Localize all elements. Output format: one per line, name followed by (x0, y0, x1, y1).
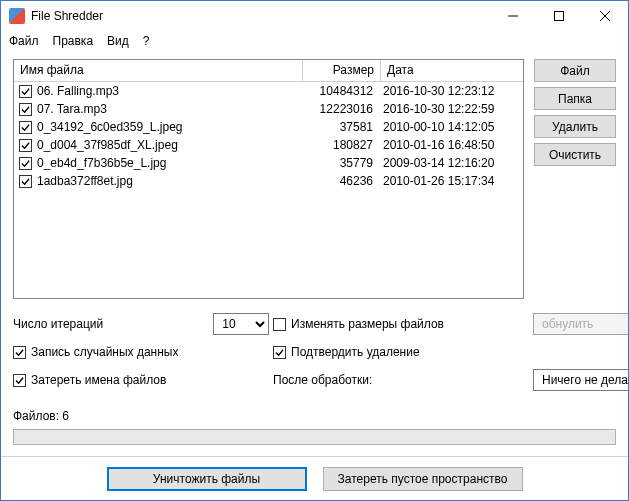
menu-edit[interactable]: Правка (53, 34, 94, 48)
resize-files-checkbox[interactable]: Изменять размеры файлов (273, 317, 533, 331)
row-checkbox[interactable] (19, 121, 32, 134)
table-row[interactable]: 0_34192_6c0ed359_L.jpeg375812010-00-10 1… (14, 118, 523, 136)
table-row[interactable]: 0_eb4d_f7b36b5e_L.jpg357792009-03-14 12:… (14, 154, 523, 172)
file-size: 46236 (301, 174, 379, 188)
row-checkbox[interactable] (19, 175, 32, 188)
iterations-select[interactable]: 10 (213, 313, 269, 335)
file-size: 180827 (301, 138, 379, 152)
table-row[interactable]: 1adba372ff8et.jpg462362010-01-26 15:17:3… (14, 172, 523, 190)
checkbox-icon (13, 346, 26, 359)
shred-button[interactable]: Уничтожить файлы (107, 467, 307, 491)
remove-button[interactable]: Удалить (534, 115, 616, 138)
wipe-names-checkbox[interactable]: Затереть имена файлов (13, 373, 273, 387)
file-name: 1adba372ff8et.jpg (37, 174, 301, 188)
file-size: 10484312 (301, 84, 379, 98)
wipe-space-button[interactable]: Затереть пустое пространство (323, 467, 523, 491)
checkbox-icon (13, 374, 26, 387)
file-name: 0_d004_37f985df_XL.jpeg (37, 138, 301, 152)
file-size: 12223016 (301, 102, 379, 116)
status-label: Файлов: 6 (13, 409, 616, 423)
file-name: 07. Tara.mp3 (37, 102, 301, 116)
titlebar: File Shredder (1, 1, 628, 31)
column-name[interactable]: Имя файла (14, 60, 303, 81)
menu-file[interactable]: Файл (9, 34, 39, 48)
file-date: 2016-10-30 12:22:59 (379, 102, 521, 116)
file-date: 2016-10-30 12:23:12 (379, 84, 521, 98)
file-name: 0_eb4d_f7b36b5e_L.jpg (37, 156, 301, 170)
minimize-button[interactable] (490, 1, 536, 31)
file-list-body: 06. Falling.mp3104843122016-10-30 12:23:… (14, 82, 523, 298)
menu-view[interactable]: Вид (107, 34, 129, 48)
column-size[interactable]: Размер (303, 60, 381, 81)
table-row[interactable]: 0_d004_37f985df_XL.jpeg1808272010-01-16 … (14, 136, 523, 154)
file-list-header: Имя файла Размер Дата (14, 60, 523, 82)
menu-help[interactable]: ? (143, 34, 150, 48)
confirm-delete-checkbox-label: Подтвердить удаление (291, 345, 420, 359)
wipe-names-checkbox-label: Затереть имена файлов (31, 373, 166, 387)
file-date: 2009-03-14 12:16:20 (379, 156, 521, 170)
file-date: 2010-01-16 16:48:50 (379, 138, 521, 152)
maximize-button[interactable] (536, 1, 582, 31)
random-data-checkbox[interactable]: Запись случайных данных (13, 345, 273, 359)
add-file-button[interactable]: Файл (534, 59, 616, 82)
file-name: 06. Falling.mp3 (37, 84, 301, 98)
file-list[interactable]: Имя файла Размер Дата 06. Falling.mp3104… (13, 59, 524, 299)
add-folder-button[interactable]: Папка (534, 87, 616, 110)
after-processing-label: После обработки: (273, 373, 533, 387)
row-checkbox[interactable] (19, 103, 32, 116)
table-row[interactable]: 07. Tara.mp3122230162016-10-30 12:22:59 (14, 100, 523, 118)
file-size: 37581 (301, 120, 379, 134)
table-row[interactable]: 06. Falling.mp3104843122016-10-30 12:23:… (14, 82, 523, 100)
file-date: 2010-00-10 14:12:05 (379, 120, 521, 134)
file-date: 2010-01-26 15:17:34 (379, 174, 521, 188)
iterations-label: Число итераций (13, 317, 103, 331)
file-name: 0_34192_6c0ed359_L.jpeg (37, 120, 301, 134)
svg-rect-1 (555, 12, 564, 21)
checkbox-icon (273, 318, 286, 331)
reset-select: обнулить (533, 313, 629, 335)
checkbox-icon (273, 346, 286, 359)
column-date[interactable]: Дата (381, 60, 523, 81)
row-checkbox[interactable] (19, 85, 32, 98)
resize-files-checkbox-label: Изменять размеры файлов (291, 317, 444, 331)
row-checkbox[interactable] (19, 157, 32, 170)
row-checkbox[interactable] (19, 139, 32, 152)
close-button[interactable] (582, 1, 628, 31)
random-data-checkbox-label: Запись случайных данных (31, 345, 178, 359)
progress-bar (13, 429, 616, 445)
window-title: File Shredder (31, 9, 490, 23)
side-buttons: Файл Папка Удалить Очистить (534, 59, 616, 299)
file-size: 35779 (301, 156, 379, 170)
menubar: Файл Правка Вид ? (1, 31, 628, 51)
footer: Уничтожить файлы Затереть пустое простра… (1, 456, 628, 500)
after-processing-select[interactable]: Ничего не делать (533, 369, 629, 391)
confirm-delete-checkbox[interactable]: Подтвердить удаление (273, 345, 533, 359)
clear-button[interactable]: Очистить (534, 143, 616, 166)
app-icon (9, 8, 25, 24)
